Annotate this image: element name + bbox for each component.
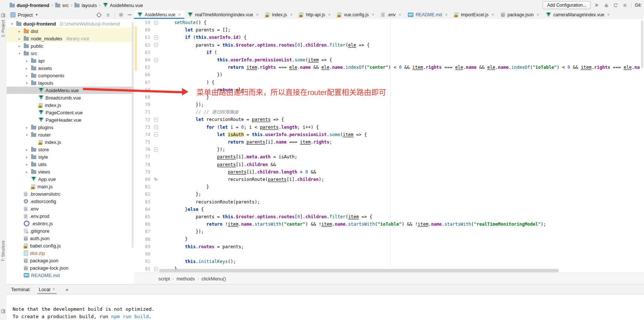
code-line-74[interactable]: 74– let isAuth = this.userInfo.permissio…	[134, 131, 644, 138]
code-line-63[interactable]: 63 if (	[134, 49, 644, 56]
code-line-87[interactable]: 87 });	[134, 228, 644, 235]
project-tree-scrollbar[interactable]	[132, 22, 134, 248]
terminal-tab-local[interactable]: Local ×	[37, 284, 57, 294]
tree-item-src[interactable]: ▾src	[7, 50, 134, 57]
chevron-closed-icon[interactable]: ▸	[17, 29, 22, 33]
tree-item-readme-md[interactable]: README.md	[7, 272, 134, 279]
tree-item-duoji-frontend[interactable]: ▾duoji-frontendD:\zheheWeb\duoji-fronten…	[7, 20, 134, 27]
code-line-73[interactable]: 73– for (let i = 0; i < parents.length; …	[134, 124, 644, 131]
fold-region-icon[interactable]: –	[153, 58, 158, 62]
editor-tab-asidemenu-vue[interactable]: AsideMenu.vue×	[134, 10, 184, 19]
code-breadcrumb-script[interactable]: script	[158, 276, 170, 282]
code-line-84[interactable]: 84 }else {	[134, 206, 644, 213]
code-line-89[interactable]: 89 this.routes = parents;	[134, 243, 644, 250]
add-configuration-button[interactable]: Add Configuration...	[543, 1, 591, 9]
chevron-open-icon[interactable]: ▾	[17, 51, 22, 55]
locate-file-icon[interactable]	[96, 12, 102, 18]
settings-gear-icon[interactable]	[118, 12, 124, 17]
code-line-85[interactable]: 85 parents = this.$router.options.routes…	[134, 213, 644, 220]
tree-item-utils[interactable]: ▸utils	[7, 161, 134, 168]
tree-item-views[interactable]: ▸views	[7, 168, 134, 175]
tree-item-dist-zip[interactable]: dist.zip	[7, 249, 134, 257]
editor-tab-http-api-js[interactable]: http-api.js×	[296, 10, 334, 19]
code-line-60[interactable]: 60 let parents = [];	[134, 26, 644, 34]
close-tab-icon[interactable]: ×	[256, 12, 259, 17]
tree-item-editorconfig[interactable]: .editorconfig	[7, 198, 134, 205]
editor-tab-readme-md[interactable]: README.md×	[405, 10, 451, 19]
tree-item-dist[interactable]: ▸dist	[7, 27, 134, 35]
tree-item-auth-json[interactable]: auth.json	[7, 235, 134, 242]
tree-item-plugins[interactable]: ▸plugins	[7, 124, 134, 131]
tree-item-public[interactable]: ▸public	[7, 42, 134, 50]
tree-item-node-modules[interactable]: ▸node_moduleslibrary root	[7, 35, 134, 42]
tree-item-pagecontent-vue[interactable]: PageContent.vue	[7, 109, 134, 116]
chevron-open-icon[interactable]: ▾	[10, 22, 14, 26]
tree-item-components[interactable]: ▸components	[7, 72, 134, 79]
chevron-closed-icon[interactable]: ▸	[17, 37, 22, 41]
editor-tab-package-json[interactable]: package.json×	[497, 10, 543, 19]
tree-item-api[interactable]: ▸api	[7, 57, 134, 64]
close-tab-icon[interactable]: ×	[445, 12, 447, 17]
editor-tab-importexcel-js[interactable]: importExcel.js×	[451, 10, 497, 19]
tree-item-index-js[interactable]: index.js	[7, 138, 134, 146]
tree-item-pageheader-vue[interactable]: PageHeader.vue	[7, 116, 134, 124]
code-line-65[interactable]: 65 return item.rights === ele.name && el…	[134, 64, 644, 71]
project-tool-icon[interactable]	[1, 13, 5, 17]
fold-region-icon[interactable]: –	[153, 21, 158, 25]
code-line-62[interactable]: 62– parents = this.$router.options.route…	[134, 41, 644, 49]
code-line-61[interactable]: 61– if (this.userInfo.id) {	[134, 34, 644, 41]
close-tab-icon[interactable]: ×	[372, 12, 374, 17]
chevron-closed-icon[interactable]: ▸	[17, 44, 22, 48]
editor-tab-env[interactable]: .env×	[378, 10, 405, 19]
code-breadcrumb-methods[interactable]: methods	[177, 276, 195, 282]
fold-region-icon[interactable]: –	[153, 132, 158, 137]
close-tab-icon[interactable]: ×	[537, 12, 539, 17]
tree-item-gitignore[interactable]: .gitignore	[7, 227, 134, 235]
close-tab-icon[interactable]: ×	[328, 12, 331, 17]
code-line-86[interactable]: 86 return !item.name.startsWith("center"…	[134, 220, 644, 228]
code-line-59[interactable]: 59– setRoute() {	[134, 19, 644, 26]
fold-region-icon[interactable]: –	[153, 148, 158, 152]
breadcrumb-item-src[interactable]: src	[55, 3, 68, 8]
tree-item-index-js[interactable]: index.js	[7, 101, 134, 109]
code-breadcrumb-clickmenu[interactable]: clickMenu()	[201, 276, 226, 282]
tool-button-project[interactable]: 1: Project	[1, 20, 5, 37]
fold-region-icon[interactable]: –	[153, 43, 158, 47]
close-tab-icon[interactable]: ×	[399, 12, 401, 17]
tree-item-browserslistrc[interactable]: .browserslistrc	[7, 190, 134, 198]
debug-icon[interactable]	[603, 2, 609, 8]
code-line-64[interactable]: 64– this.userInfo.permissionList.some(it…	[134, 56, 644, 64]
editor-tab-cameramanage-index-vue[interactable]: cameraManage\index.vue×	[543, 10, 613, 19]
horizontal-scrollbar[interactable]	[159, 269, 559, 272]
terminal-output[interactable]: Note that the development build is not o…	[7, 294, 644, 320]
close-tab-icon[interactable]: ×	[492, 12, 494, 17]
tree-item-env[interactable]: .env	[7, 205, 134, 212]
close-terminal-tab-icon[interactable]: ×	[53, 287, 55, 292]
code-line-76[interactable]: 76– });	[134, 146, 644, 153]
stop-icon[interactable]	[622, 2, 628, 8]
tree-item-layouts[interactable]: ▾layouts	[7, 79, 134, 87]
code-line-67[interactable]: 67 ) {	[134, 79, 644, 86]
chevron-closed-icon[interactable]: ▸	[24, 66, 29, 70]
code-editor[interactable]: 59– setRoute() {60 let parents = [];61– …	[134, 19, 644, 273]
collapse-all-icon[interactable]	[105, 12, 111, 17]
chevron-open-icon[interactable]: ▾	[24, 133, 29, 137]
code-line-79[interactable]: 79 parents[i].children.length > 0 &&	[134, 168, 644, 176]
fold-region-icon[interactable]: –	[153, 267, 158, 271]
code-line-80[interactable]: 80↻ recursionRoute(parents[i].children);	[134, 176, 644, 183]
new-terminal-icon[interactable]: +	[63, 286, 71, 293]
tree-item-eslintrc-js[interactable]: .eslintrc.js	[7, 220, 134, 227]
tree-item-babel-config-js[interactable]: babel.config.js	[7, 242, 134, 249]
run-icon[interactable]	[594, 2, 600, 8]
editor-tab-vue-config-js[interactable]: vue.config.js×	[334, 10, 378, 19]
bottom-tool-icon[interactable]	[1, 309, 5, 313]
breadcrumb-item-duoji-frontend[interactable]: duoji-frontend	[10, 3, 49, 8]
git-label[interactable]: Git:	[635, 3, 642, 8]
vertical-scrollbar[interactable]	[641, 20, 643, 68]
tree-item-env-prod[interactable]: .env.prod	[7, 212, 134, 220]
code-line-70[interactable]: 70 });	[134, 101, 644, 108]
hide-panel-icon[interactable]	[127, 13, 132, 17]
code-line-91[interactable]: 91 this.initialKeys();	[134, 258, 644, 265]
rerun-coverage-icon[interactable]	[613, 2, 618, 8]
tree-item-package-lock-json[interactable]: package-lock.json	[7, 264, 134, 272]
